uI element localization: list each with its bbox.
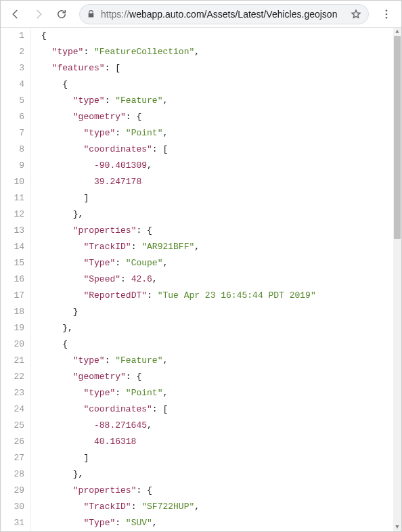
code-line: "ReportedDT": "Tue Apr 23 16:45:44 PDT 2…: [41, 288, 401, 304]
line-number: 15: [1, 255, 24, 271]
scrollbar-thumb[interactable]: [394, 36, 401, 239]
reload-icon: [55, 8, 68, 20]
star-icon[interactable]: [351, 9, 361, 20]
scrollbar-up-arrow[interactable]: ▲: [393, 28, 401, 36]
code-line: "type": "Point",: [41, 125, 401, 141]
line-number: 14: [1, 239, 24, 255]
browser-toolbar: https://webapp.auto.com/Assets/Latest/Ve…: [1, 1, 401, 28]
code-line: {: [41, 76, 401, 93]
line-number: 4: [1, 76, 24, 93]
source-view: 1234567891011121314151617181920212223242…: [1, 28, 401, 531]
code-line: ]: [41, 450, 401, 466]
code-line: ]: [41, 190, 401, 206]
back-button[interactable]: [6, 5, 25, 24]
arrow-right-icon: [32, 8, 45, 20]
line-number: 9: [1, 158, 24, 174]
arrow-left-icon: [9, 8, 22, 20]
code-line: "Type": "SUV",: [41, 515, 401, 531]
code-line: "Type": "Coupe",: [41, 255, 401, 271]
code-content[interactable]: { "type": "FeatureCollection", "features…: [30, 28, 401, 531]
code-line: },: [41, 320, 401, 336]
svg-point-1: [386, 13, 388, 15]
scrollbar[interactable]: ▲ ▼: [393, 28, 401, 531]
code-line: 39.247178: [41, 174, 401, 190]
code-line: "geometry": {: [41, 369, 401, 385]
line-number: 22: [1, 369, 24, 385]
code-line: },: [41, 466, 401, 483]
svg-point-0: [386, 9, 388, 12]
line-number: 10: [1, 174, 24, 190]
code-line: },: [41, 206, 401, 223]
code-line: "properties": {: [41, 223, 401, 239]
code-line: "type": "Point",: [41, 385, 401, 401]
code-line: "type": "FeatureCollection",: [41, 44, 401, 60]
line-number: 19: [1, 320, 24, 336]
kebab-icon: [380, 8, 393, 20]
code-line: -88.271645,: [41, 418, 401, 434]
svg-point-2: [386, 16, 388, 18]
line-number: 25: [1, 418, 24, 434]
menu-button[interactable]: [377, 5, 396, 24]
address-bar[interactable]: https://webapp.auto.com/Assets/Latest/Ve…: [79, 4, 369, 24]
line-number: 12: [1, 206, 24, 223]
line-number: 23: [1, 385, 24, 401]
code-line: "coordinates": [: [41, 141, 401, 158]
url-text: https://webapp.auto.com/Assets/Latest/Ve…: [101, 9, 345, 20]
scrollbar-down-arrow[interactable]: ▼: [393, 523, 401, 531]
code-line: {: [41, 336, 401, 353]
code-line: "type": "Feature",: [41, 353, 401, 369]
line-number: 21: [1, 353, 24, 369]
code-line: "Speed": 42.6,: [41, 271, 401, 288]
line-number: 5: [1, 93, 24, 109]
line-number: 17: [1, 288, 24, 304]
line-number: 30: [1, 499, 24, 515]
line-number: 7: [1, 125, 24, 141]
code-line: "properties": {: [41, 483, 401, 499]
line-number: 11: [1, 190, 24, 206]
line-number: 16: [1, 271, 24, 288]
code-line: "TrackID": "AR921BFF",: [41, 239, 401, 255]
line-number: 1: [1, 28, 24, 44]
code-line: {: [41, 28, 401, 44]
code-line: "coordinates": [: [41, 401, 401, 418]
line-number: 2: [1, 44, 24, 60]
lock-icon: [87, 9, 95, 18]
line-number: 18: [1, 304, 24, 320]
code-line: 40.16318: [41, 434, 401, 450]
code-line: "TrackID": "SF722HUP",: [41, 499, 401, 515]
line-number: 8: [1, 141, 24, 158]
line-number: 27: [1, 450, 24, 466]
code-line: -90.401309,: [41, 158, 401, 174]
code-line: "geometry": {: [41, 109, 401, 125]
line-number: 31: [1, 515, 24, 531]
forward-button[interactable]: [29, 5, 48, 24]
line-number: 24: [1, 401, 24, 418]
code-line: }: [41, 304, 401, 320]
line-number-gutter: 1234567891011121314151617181920212223242…: [1, 28, 30, 531]
line-number: 13: [1, 223, 24, 239]
line-number: 6: [1, 109, 24, 125]
line-number: 26: [1, 434, 24, 450]
code-line: "features": [: [41, 60, 401, 76]
line-number: 29: [1, 483, 24, 499]
line-number: 20: [1, 336, 24, 353]
reload-button[interactable]: [52, 5, 71, 24]
line-number: 28: [1, 466, 24, 483]
code-line: "type": "Feature",: [41, 93, 401, 109]
line-number: 3: [1, 60, 24, 76]
